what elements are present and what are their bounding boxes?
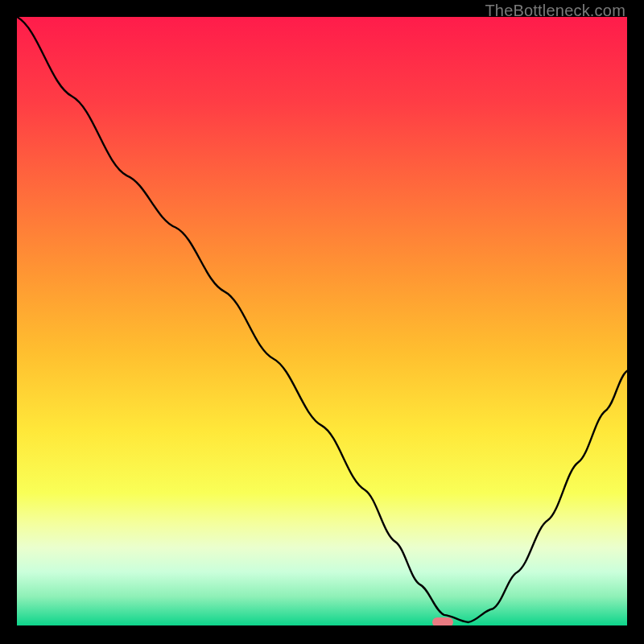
x-axis-baseline (17, 625, 627, 627)
watermark-text: TheBottleneck.com (485, 2, 625, 20)
bottleneck-curve (17, 17, 627, 627)
chart-plot-area (17, 17, 627, 627)
